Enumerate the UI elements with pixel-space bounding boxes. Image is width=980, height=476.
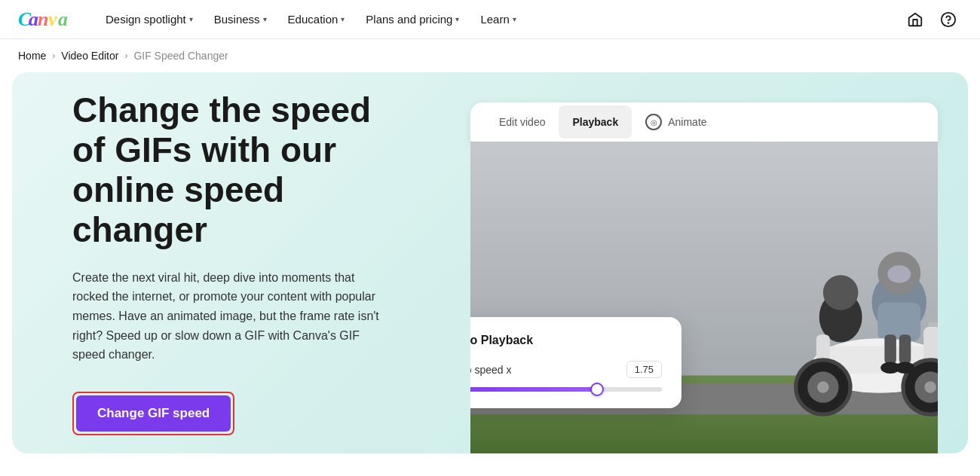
hero-content: Change the speed of GIFs with our online…: [12, 72, 449, 453]
playback-panel-title: Video Playback: [470, 334, 662, 347]
slider-thumb[interactable]: [590, 383, 604, 396]
svg-point-25: [924, 381, 936, 393]
chevron-down-icon: ▾: [341, 15, 345, 23]
tab-edit-video[interactable]: Edit video: [485, 105, 559, 139]
speed-slider[interactable]: [470, 387, 662, 392]
canva-logo[interactable]: C a n v a: [18, 8, 72, 32]
tab-animate[interactable]: ◎ Animate: [632, 103, 720, 141]
svg-rect-15: [877, 302, 920, 341]
nav-design-spotlight[interactable]: Design spotlight ▾: [96, 7, 202, 32]
speed-label: Video speed x: [470, 364, 511, 376]
svg-rect-26: [929, 322, 938, 326]
video-preview-area: Video Playback Video speed x 1.75: [470, 142, 938, 453]
hero-section: Change the speed of GIFs with our online…: [12, 72, 968, 453]
speed-value: 1.75: [626, 361, 662, 378]
svg-point-6: [948, 23, 949, 23]
svg-point-11: [823, 275, 859, 310]
cta-wrapper: Change GIF speed: [72, 392, 234, 435]
main-nav: C a n v a Design spotlight ▾ Business ▾ …: [0, 0, 980, 39]
breadcrumb-video-editor[interactable]: Video Editor: [61, 50, 118, 62]
playback-panel: Video Playback Video speed x 1.75: [470, 317, 681, 408]
breadcrumb-current: GIF Speed Changer: [133, 50, 228, 62]
tab-playback[interactable]: Playback: [559, 105, 632, 139]
chevron-down-icon: ▾: [189, 15, 193, 23]
svg-rect-28: [899, 334, 911, 364]
animate-icon: ◎: [645, 114, 662, 130]
help-icon-button[interactable]: [935, 6, 962, 33]
home-icon-button[interactable]: [902, 6, 929, 33]
breadcrumb-home[interactable]: Home: [18, 50, 46, 62]
hero-ui-demo: Edit video Playback ◎ Animate: [440, 72, 968, 453]
change-gif-speed-button[interactable]: Change GIF speed: [76, 395, 231, 432]
svg-text:v: v: [48, 8, 57, 29]
svg-rect-27: [884, 334, 896, 364]
ui-tabs: Edit video Playback ◎ Animate: [470, 102, 938, 142]
hero-description: Create the next viral hit, deep dive int…: [72, 268, 389, 365]
svg-text:n: n: [38, 8, 48, 29]
hero-title: Change the speed of GIFs with our online…: [72, 90, 389, 250]
nav-business[interactable]: Business ▾: [205, 7, 276, 32]
nav-education[interactable]: Education ▾: [279, 7, 354, 32]
nav-learn[interactable]: Learn ▾: [471, 7, 525, 32]
svg-point-22: [817, 381, 829, 393]
chevron-down-icon: ▾: [513, 15, 516, 23]
svg-text:a: a: [58, 8, 68, 29]
nav-plans-pricing[interactable]: Plans and pricing ▾: [357, 7, 468, 32]
breadcrumb-sep-1: ›: [52, 50, 55, 61]
speed-row: Video speed x 1.75: [470, 361, 662, 378]
nav-links: Design spotlight ▾ Business ▾ Education …: [96, 7, 902, 32]
chevron-down-icon: ▾: [455, 15, 459, 23]
svg-point-30: [896, 362, 915, 374]
chevron-down-icon: ▾: [263, 15, 267, 23]
nav-icons: [902, 6, 962, 33]
slider-fill: [470, 387, 597, 392]
svg-point-14: [887, 265, 911, 282]
breadcrumb-sep-2: ›: [124, 50, 127, 61]
breadcrumb: Home › Video Editor › GIF Speed Changer: [0, 39, 980, 72]
